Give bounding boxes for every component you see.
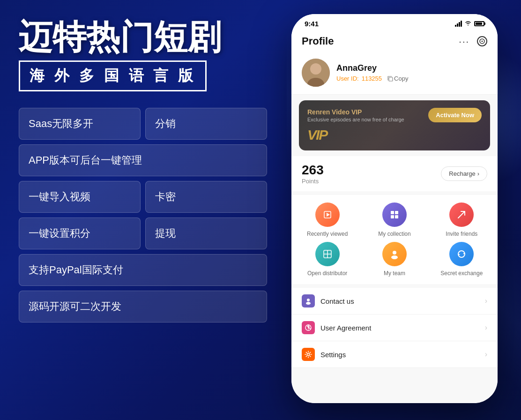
svg-rect-11 — [395, 215, 398, 218]
settings-icon — [302, 348, 315, 361]
status-icons — [455, 21, 484, 27]
settings-label: Settings — [320, 351, 485, 359]
secret-exchange-icon — [449, 242, 474, 266]
vip-card: Renren Video VIP Exclusive episodes are … — [299, 100, 490, 150]
feature-video-import: 一键导入视频 — [19, 181, 141, 213]
battery-icon — [474, 21, 484, 26]
status-bar: 9:41 — [291, 14, 498, 30]
points-info: 263 Points — [302, 163, 324, 185]
recharge-button[interactable]: Recharge › — [441, 166, 487, 181]
feature-opensource: 源码开源可二次开发 — [19, 291, 267, 322]
svg-rect-10 — [391, 215, 394, 218]
features-grid: Saas无限多开 分销 APP版本可后台一键管理 一键导入视频 卡密 一键设置积… — [19, 108, 267, 322]
contact-us-arrow-icon: › — [485, 297, 487, 305]
contact-us-label: Contact us — [320, 297, 485, 305]
open-distributor-icon — [315, 242, 340, 266]
recently-viewed-label: Recently viewed — [307, 231, 348, 237]
list-item-contact-us[interactable]: Contact us › — [291, 288, 498, 315]
svg-rect-9 — [395, 211, 398, 214]
profile-section: AnnaGrey User ID: 113255 Copy — [291, 52, 498, 95]
avatar — [302, 59, 330, 87]
feature-withdraw: 提现 — [145, 218, 267, 249]
more-options-icon[interactable]: ··· — [459, 36, 469, 47]
subtitle-box: 海 外 多 国 语 言 版 — [19, 60, 207, 91]
open-distributor-label: Open distributor — [307, 270, 347, 277]
secret-exchange-label: Secret exchange — [440, 270, 483, 277]
feature-paypal: 支持PayPal国际支付 — [19, 254, 267, 286]
profile-info: AnnaGrey User ID: 113255 Copy — [336, 63, 487, 82]
settings-arrow-icon: › — [485, 350, 487, 359]
svg-point-16 — [391, 255, 398, 259]
my-team-icon — [382, 242, 407, 266]
svg-point-20 — [306, 302, 311, 305]
profile-name: AnnaGrey — [336, 63, 487, 73]
menu-grid: Recently viewed My collection — [291, 195, 498, 284]
phone-container: 9:41 — [291, 14, 498, 403]
svg-point-15 — [393, 251, 396, 255]
vip-description: Exclusive episodes are now free of charg… — [307, 117, 404, 122]
points-section: 263 Points Recharge › — [291, 156, 498, 191]
user-agreement-icon — [302, 321, 315, 334]
points-value: 263 — [302, 163, 324, 178]
user-id-label: User ID: — [336, 75, 359, 82]
left-panel: 迈特热门短剧 海 外 多 国 语 言 版 Saas无限多开 分销 APP版本可后… — [19, 19, 267, 322]
scan-icon[interactable] — [477, 36, 487, 46]
invite-friends-label: Invite friends — [446, 231, 477, 237]
svg-rect-5 — [389, 77, 393, 81]
svg-point-23 — [307, 353, 310, 356]
status-time: 9:41 — [305, 20, 319, 28]
phone-screen: 9:41 — [291, 14, 498, 403]
menu-item-invite-friends[interactable]: Invite friends — [431, 202, 493, 237]
svg-point-1 — [482, 41, 483, 42]
invite-friends-icon — [449, 202, 474, 227]
feature-card-secret: 卡密 — [145, 181, 267, 213]
my-team-label: My team — [384, 270, 405, 277]
copy-button[interactable]: Copy — [387, 75, 408, 82]
feature-app-management: APP版本可后台一键管理 — [19, 144, 267, 176]
user-id-value: 113255 — [362, 75, 382, 82]
list-item-user-agreement[interactable]: User Agreement › — [291, 315, 498, 341]
main-title: 迈特热门短剧 — [19, 19, 267, 56]
feature-saas: Saas无限多开 — [19, 108, 141, 140]
menu-item-open-distributor[interactable]: Open distributor — [296, 242, 358, 277]
menu-item-recently-viewed[interactable]: Recently viewed — [296, 202, 358, 237]
svg-point-22 — [308, 330, 309, 330]
list-item-settings[interactable]: Settings › — [291, 341, 498, 368]
svg-marker-7 — [327, 213, 330, 217]
user-agreement-label: User Agreement — [320, 324, 485, 332]
my-collection-icon — [382, 202, 407, 227]
recharge-arrow-icon: › — [477, 170, 479, 177]
user-agreement-arrow-icon: › — [485, 323, 487, 332]
phone-frame: 9:41 — [291, 14, 498, 403]
menu-item-secret-exchange[interactable]: Secret exchange — [431, 242, 493, 277]
svg-point-19 — [307, 299, 310, 301]
svg-point-3 — [310, 63, 321, 75]
points-label: Points — [302, 178, 324, 185]
vip-logo: VIP — [307, 127, 482, 143]
subtitle-text: 海 外 多 国 语 言 版 — [30, 67, 196, 84]
feature-distribution: 分销 — [145, 108, 267, 140]
vip-brand-name: Renren Video VIP — [307, 108, 404, 116]
menu-item-my-collection[interactable]: My collection — [363, 202, 425, 237]
vip-card-top: Renren Video VIP Exclusive episodes are … — [307, 108, 482, 122]
menu-item-my-team[interactable]: My team — [363, 242, 425, 277]
svg-rect-8 — [391, 211, 394, 214]
signal-bars-icon — [455, 21, 462, 27]
recently-viewed-icon — [315, 202, 340, 227]
header-icons: ··· — [459, 36, 487, 47]
feature-points-setting: 一键设置积分 — [19, 218, 141, 249]
app-header-title: Profile — [302, 35, 334, 47]
app-header: Profile ··· — [291, 30, 498, 52]
battery-fill — [476, 22, 482, 25]
wifi-icon — [465, 21, 471, 27]
contact-us-icon — [302, 294, 315, 308]
vip-brand-info: Renren Video VIP Exclusive episodes are … — [307, 108, 404, 122]
vip-activate-button[interactable]: Activate Now — [428, 108, 482, 122]
my-collection-label: My collection — [378, 231, 410, 237]
profile-id: User ID: 113255 Copy — [336, 75, 487, 82]
